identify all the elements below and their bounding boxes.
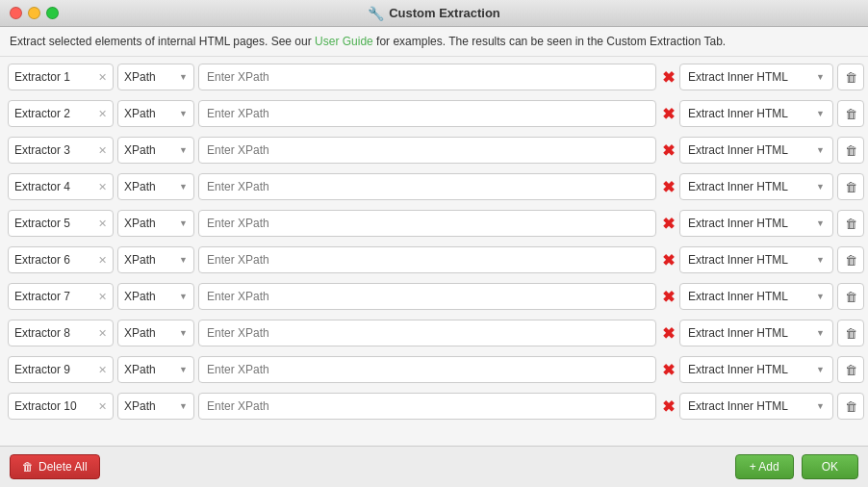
extractor-row: Extractor 1 ✕ XPath ▼ ✖ Extract Inner HT…: [8, 61, 864, 93]
delete-row-button[interactable]: 🗑: [837, 246, 864, 273]
extract-type-select[interactable]: Extract Inner HTML ▼: [679, 356, 833, 383]
extract-type-select[interactable]: Extract Inner HTML ▼: [679, 320, 833, 346]
xpath-type-select[interactable]: XPath ▼: [117, 283, 194, 310]
description-text-before: Extract selected elements of internal HT…: [10, 35, 315, 48]
extract-type-select[interactable]: Extract Inner HTML ▼: [679, 210, 833, 237]
extractor-row: Extractor 9 ✕ XPath ▼ ✖ Extract Inner HT…: [8, 353, 864, 386]
title-bar: 🔧 Custom Extraction: [0, 0, 868, 27]
delete-row-button[interactable]: 🗑: [837, 137, 864, 164]
xpath-input[interactable]: [198, 100, 656, 127]
xpath-type-select[interactable]: XPath ▼: [117, 320, 194, 346]
extract-type-select[interactable]: Extract Inner HTML ▼: [679, 173, 833, 200]
add-button[interactable]: + Add: [735, 454, 794, 479]
clear-xpath-button[interactable]: ✖: [660, 324, 676, 343]
chevron-down-icon: ▼: [179, 401, 188, 411]
extractor-list: Extractor 1 ✕ XPath ▼ ✖ Extract Inner HT…: [0, 57, 868, 446]
delete-all-button[interactable]: 🗑 Delete All: [10, 454, 100, 479]
extractor-name-field: Extractor 6 ✕: [8, 246, 114, 273]
xpath-input[interactable]: [198, 356, 656, 383]
clear-xpath-button[interactable]: ✖: [660, 288, 676, 306]
xpath-input[interactable]: [198, 320, 656, 346]
xpath-type-select[interactable]: XPath ▼: [117, 100, 194, 127]
description-text-after: for examples. The results can be seen in…: [373, 35, 726, 48]
xpath-type-select[interactable]: XPath ▼: [117, 356, 194, 383]
xpath-input[interactable]: [198, 210, 656, 237]
extractor-name-clear-button[interactable]: ✕: [98, 400, 107, 413]
trash-icon: 🗑: [845, 399, 857, 414]
extract-type-select[interactable]: Extract Inner HTML ▼: [679, 137, 833, 164]
extractor-name-clear-button[interactable]: ✕: [98, 254, 107, 267]
xpath-input[interactable]: [198, 137, 656, 164]
extract-type-select[interactable]: Extract Inner HTML ▼: [679, 246, 833, 273]
extractor-name-text: Extractor 5: [14, 217, 94, 230]
extractor-name-clear-button[interactable]: ✕: [98, 218, 107, 230]
extract-type-label: Extract Inner HTML: [688, 399, 812, 413]
clear-xpath-button[interactable]: ✖: [660, 68, 676, 87]
chevron-down-icon: ▼: [179, 292, 188, 301]
extractor-name-clear-button[interactable]: ✕: [98, 364, 107, 376]
extract-type-label: Extract Inner HTML: [688, 180, 812, 193]
trash-icon: 🗑: [845, 363, 857, 377]
extractor-row: Extractor 7 ✕ XPath ▼ ✖ Extract Inner HT…: [8, 280, 864, 313]
xpath-type-select[interactable]: XPath ▼: [117, 393, 194, 420]
extract-type-select[interactable]: Extract Inner HTML ▼: [679, 64, 833, 90]
extractor-name-clear-button[interactable]: ✕: [98, 291, 107, 303]
extractor-name-field: Extractor 1 ✕: [8, 64, 114, 90]
chevron-down-icon: ▼: [179, 109, 188, 118]
xpath-type-select[interactable]: XPath ▼: [117, 173, 194, 200]
delete-row-button[interactable]: 🗑: [837, 320, 864, 346]
extractor-row: Extractor 8 ✕ XPath ▼ ✖ Extract Inner HT…: [8, 317, 864, 349]
minimize-button[interactable]: [28, 7, 40, 19]
chevron-down-icon: ▼: [816, 182, 825, 192]
clear-xpath-button[interactable]: ✖: [660, 141, 676, 160]
xpath-input[interactable]: [198, 393, 656, 420]
extract-type-select[interactable]: Extract Inner HTML ▼: [679, 393, 833, 420]
delete-row-button[interactable]: 🗑: [837, 283, 864, 310]
extractor-name-text: Extractor 8: [14, 326, 94, 340]
extractor-name-field: Extractor 9 ✕: [8, 356, 114, 383]
delete-row-button[interactable]: 🗑: [837, 210, 864, 237]
close-button[interactable]: [10, 7, 22, 19]
extractor-name-text: Extractor 6: [14, 253, 94, 267]
user-guide-link[interactable]: User Guide: [315, 35, 373, 48]
chevron-down-icon: ▼: [816, 365, 825, 374]
xpath-type-label: XPath: [124, 143, 175, 157]
maximize-button[interactable]: [46, 7, 59, 19]
clear-xpath-button[interactable]: ✖: [660, 251, 676, 269]
xpath-type-label: XPath: [124, 363, 175, 376]
chevron-down-icon: ▼: [816, 292, 825, 301]
xpath-input[interactable]: [198, 246, 656, 273]
clear-xpath-button[interactable]: ✖: [660, 105, 676, 123]
trash-icon: 🗑: [845, 217, 857, 231]
delete-row-button[interactable]: 🗑: [837, 356, 864, 383]
delete-row-button[interactable]: 🗑: [837, 100, 864, 127]
clear-xpath-button[interactable]: ✖: [660, 361, 676, 379]
chevron-down-icon: ▼: [816, 255, 825, 265]
xpath-input[interactable]: [198, 173, 656, 200]
xpath-input[interactable]: [198, 283, 656, 310]
extractor-name-clear-button[interactable]: ✕: [98, 144, 107, 157]
delete-row-button[interactable]: 🗑: [837, 64, 864, 90]
clear-xpath-button[interactable]: ✖: [660, 178, 676, 196]
ok-button[interactable]: OK: [802, 454, 858, 479]
extractor-name-text: Extractor 10: [14, 399, 94, 413]
footer-right: + Add OK: [735, 454, 858, 479]
xpath-type-select[interactable]: XPath ▼: [117, 210, 194, 237]
delete-row-button[interactable]: 🗑: [837, 393, 864, 420]
clear-xpath-button[interactable]: ✖: [660, 397, 676, 416]
xpath-type-select[interactable]: XPath ▼: [117, 137, 194, 164]
extract-type-select[interactable]: Extract Inner HTML ▼: [679, 100, 833, 127]
extractor-name-clear-button[interactable]: ✕: [98, 71, 107, 84]
extractor-name-clear-button[interactable]: ✕: [98, 181, 107, 193]
xpath-type-label: XPath: [124, 217, 175, 230]
xpath-type-select[interactable]: XPath ▼: [117, 246, 194, 273]
extractor-name-clear-button[interactable]: ✕: [98, 327, 107, 340]
extractor-row: Extractor 3 ✕ XPath ▼ ✖ Extract Inner HT…: [8, 134, 864, 167]
delete-row-button[interactable]: 🗑: [837, 173, 864, 200]
extractor-name-clear-button[interactable]: ✕: [98, 108, 107, 120]
xpath-type-select[interactable]: XPath ▼: [117, 64, 194, 90]
extract-type-select[interactable]: Extract Inner HTML ▼: [679, 283, 833, 310]
xpath-type-label: XPath: [124, 399, 175, 413]
xpath-input[interactable]: [198, 64, 656, 90]
clear-xpath-button[interactable]: ✖: [660, 215, 676, 233]
